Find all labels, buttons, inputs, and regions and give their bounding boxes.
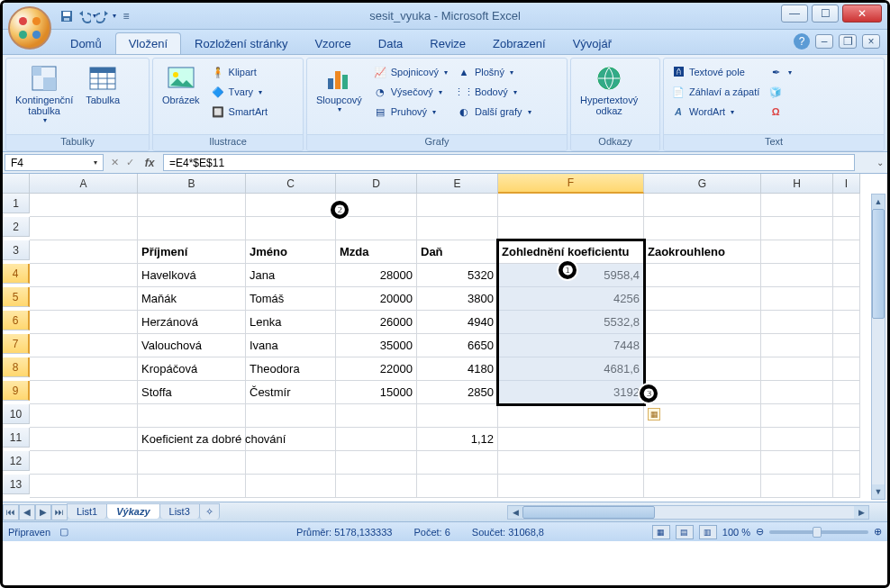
column-header-F[interactable]: F [498,174,644,194]
column-header-D[interactable]: D [336,174,417,194]
cell-G2[interactable] [644,217,761,240]
cell-A10[interactable] [30,404,138,428]
cell-A8[interactable] [30,357,138,381]
row-header-5[interactable]: 5 [3,287,30,307]
row-header-2[interactable]: 2 [3,217,30,237]
cell-B6[interactable]: Herzánová [138,311,246,334]
workbook-close-button[interactable]: × [862,34,880,49]
clipart-button[interactable]: 🧍Klipart [207,62,271,82]
cell-G8[interactable] [644,357,761,381]
sheet-nav-next-icon[interactable]: ▶ [35,504,51,520]
cell-A3[interactable] [30,240,138,264]
cell-B12[interactable] [138,451,246,475]
shapes-button[interactable]: 🔷Tvary▾ [207,82,271,102]
column-header-I[interactable]: I [833,174,860,194]
close-button[interactable]: ✕ [842,5,882,23]
cell-E5[interactable]: 3800 [417,287,498,311]
zoom-slider[interactable] [769,530,868,534]
cell-B9[interactable]: Stoffa [138,381,246,404]
cell-I13[interactable] [833,475,860,498]
cell-F9[interactable]: 3192 [498,381,644,404]
tab-data[interactable]: Data [365,32,416,54]
row-header-10[interactable]: 10 [3,404,30,424]
cell-A5[interactable] [30,287,138,311]
cell-I10[interactable] [833,404,860,428]
cell-H11[interactable] [761,428,833,451]
cell-D7[interactable]: 35000 [336,334,417,357]
cell-B7[interactable]: Valouchová [138,334,246,357]
table-button[interactable]: Tabulka [80,62,125,107]
cell-A9[interactable] [30,381,138,404]
cell-D13[interactable] [336,475,417,498]
cell-D9[interactable]: 15000 [336,381,417,404]
qat-customize-icon[interactable]: ≡ [116,6,136,26]
cell-F7[interactable]: 7448 [498,334,644,357]
cell-B4[interactable]: Havelková [138,264,246,287]
cell-G3[interactable]: Zaokrouhleno [644,240,761,264]
cell-D3[interactable]: Mzda [336,240,417,264]
qat-undo-icon[interactable]: ▾ [77,6,96,26]
tab-rozlozeni[interactable]: Rozložení stránky [181,32,301,54]
help-button[interactable]: ? [794,33,810,50]
vertical-scrollbar[interactable]: ▲ ▼ [871,194,885,500]
cell-I4[interactable] [833,264,860,287]
cell-F10[interactable] [498,404,644,428]
cell-E3[interactable]: Daň [417,240,498,264]
cell-F1[interactable] [498,194,644,217]
cell-G12[interactable] [644,451,761,475]
column-header-H[interactable]: H [761,174,833,194]
cell-E9[interactable]: 2850 [417,381,498,404]
cell-F11[interactable] [498,428,644,451]
cell-B5[interactable]: Maňák [138,287,246,311]
name-box[interactable]: F4 ▾ [5,154,104,171]
symbol-button[interactable]: Ω [765,102,795,122]
cell-C10[interactable] [246,404,336,428]
cell-I5[interactable] [833,287,860,311]
cell-F2[interactable] [498,217,644,240]
signature-button[interactable]: ✒▾ [765,62,795,82]
line-chart-button[interactable]: 📈Spojnicový▾ [369,62,451,82]
other-charts-button[interactable]: ◐Další grafy▾ [453,102,535,122]
tab-domu[interactable]: Domů [57,32,115,54]
cell-A6[interactable] [30,311,138,334]
row-header-12[interactable]: 12 [3,451,30,471]
cell-E13[interactable] [417,475,498,498]
cell-I6[interactable] [833,311,860,334]
tab-vyvojar[interactable]: Vývojář [559,32,625,54]
sheet-tab-list3[interactable]: List3 [159,503,200,519]
cell-C8[interactable]: Theodora [246,357,336,381]
cell-H6[interactable] [761,311,833,334]
cell-C7[interactable]: Ivana [246,334,336,357]
expand-formula-bar-icon[interactable]: ⌄ [873,152,887,173]
zoom-level[interactable]: 100 % [722,527,750,538]
cell-F6[interactable]: 5532,8 [498,311,644,334]
cell-F13[interactable] [498,475,644,498]
cell-I11[interactable] [833,428,860,451]
cell-G11[interactable] [644,428,761,451]
workbook-minimize-button[interactable]: – [815,34,833,49]
cell-C2[interactable] [246,217,336,240]
sheet-tab-list1[interactable]: List1 [67,503,107,519]
cell-I1[interactable] [833,194,860,217]
sheet-nav-last-icon[interactable]: ⏭ [51,504,68,520]
select-all-button[interactable] [3,174,30,194]
cell-I2[interactable] [833,217,860,240]
tab-vzorce[interactable]: Vzorce [301,32,364,54]
row-header-1[interactable]: 1 [3,194,30,213]
cell-E8[interactable]: 4180 [417,357,498,381]
column-chart-button[interactable]: Sloupcový ▾ [311,62,368,115]
picture-button[interactable]: Obrázek [157,62,205,107]
fx-button[interactable]: fx [141,155,158,171]
cell-B8[interactable]: Kropáčová [138,357,246,381]
qat-save-icon[interactable] [57,6,77,26]
cell-D4[interactable]: 28000 [336,264,417,287]
cell-A2[interactable] [30,217,138,240]
cell-H12[interactable] [761,451,833,475]
cell-E1[interactable] [417,194,498,217]
cell-B1[interactable] [138,194,246,217]
cell-G1[interactable] [644,194,761,217]
office-button[interactable] [8,6,51,50]
cell-E4[interactable]: 5320 [417,264,498,287]
cell-D12[interactable] [336,451,417,475]
hyperlink-button[interactable]: Hypertextový odkaz [575,62,643,118]
